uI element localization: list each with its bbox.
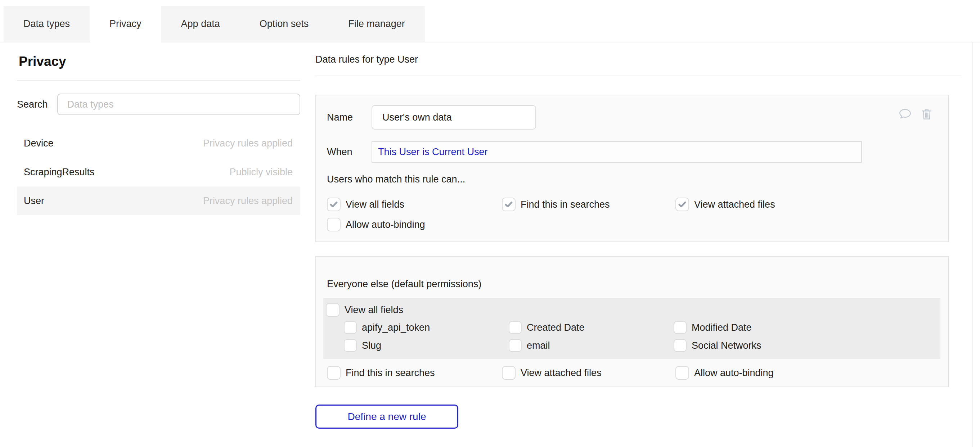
- tab-data-types[interactable]: Data types: [3, 6, 90, 42]
- perm-find-in-searches[interactable]: Find this in searches: [502, 197, 675, 211]
- default-find-in-searches[interactable]: Find this in searches: [327, 366, 502, 380]
- field-apify-api-token[interactable]: apify_api_token: [344, 321, 509, 334]
- checkbox-unchecked-icon[interactable]: [327, 218, 340, 231]
- default-permissions-title: Everyone else (default permissions): [327, 278, 937, 290]
- data-type-status: Publicly visible: [229, 167, 293, 178]
- privacy-sidebar: Privacy Search Device Privacy rules appl…: [17, 43, 300, 215]
- search-input[interactable]: [57, 94, 300, 115]
- checkbox-unchecked-icon[interactable]: [509, 321, 522, 334]
- field-social-networks[interactable]: Social Networks: [674, 339, 940, 352]
- search-label: Search: [17, 99, 48, 110]
- tab-app-data[interactable]: App data: [161, 6, 240, 42]
- pane-right-border: [972, 43, 973, 447]
- fields-box: View all fields apify_api_token Created …: [323, 298, 940, 359]
- tab-privacy[interactable]: Privacy: [90, 6, 161, 42]
- default-view-all-fields[interactable]: View all fields: [326, 303, 940, 317]
- perm-label: Allow auto-binding: [694, 367, 774, 379]
- rule-card: Name When This User is Current User User…: [315, 95, 949, 242]
- checkbox-unchecked-icon[interactable]: [344, 339, 357, 352]
- default-view-attached-files[interactable]: View attached files: [502, 366, 675, 380]
- list-item-scrapingresults[interactable]: ScrapingResults Publicly visible: [17, 157, 300, 186]
- rule-when-row: When This User is Current User: [327, 141, 937, 163]
- data-type-name: ScrapingResults: [24, 167, 95, 178]
- rule-name-row: Name: [327, 105, 937, 130]
- field-label: Modified Date: [692, 322, 752, 333]
- field-modified-date[interactable]: Modified Date: [674, 321, 940, 334]
- perm-label: View attached files: [520, 367, 601, 379]
- match-rule-text: Users who match this rule can...: [327, 174, 937, 185]
- checkbox-unchecked-icon[interactable]: [509, 339, 522, 352]
- content-area: Privacy Search Device Privacy rules appl…: [0, 43, 980, 429]
- tab-strip: Data types Privacy App data Option sets …: [0, 6, 980, 43]
- field-email[interactable]: email: [509, 339, 674, 352]
- perm-view-all-fields[interactable]: View all fields: [327, 197, 502, 211]
- field-label: Social Networks: [692, 340, 762, 351]
- checkbox-checked-icon[interactable]: [327, 197, 340, 211]
- comment-icon[interactable]: [897, 107, 913, 123]
- perm-label: View attached files: [694, 199, 775, 210]
- default-permission-row: Find this in searches View attached file…: [327, 366, 937, 380]
- perm-label: View all fields: [345, 304, 403, 316]
- perm-label: Find this in searches: [520, 199, 610, 210]
- rules-panel: Data rules for type User: [315, 43, 961, 429]
- list-item-user[interactable]: User Privacy rules applied: [17, 186, 300, 215]
- field-label: apify_api_token: [362, 322, 430, 333]
- define-new-rule-button[interactable]: Define a new rule: [315, 404, 458, 429]
- data-type-status: Privacy rules applied: [203, 138, 293, 149]
- when-condition-box[interactable]: This User is Current User: [372, 141, 862, 163]
- sidebar-divider: [17, 80, 300, 81]
- data-type-name: Device: [24, 138, 54, 149]
- data-type-status: Privacy rules applied: [203, 196, 293, 207]
- name-label: Name: [327, 112, 372, 123]
- checkbox-unchecked-icon[interactable]: [326, 303, 339, 317]
- perm-label: Allow auto-binding: [346, 219, 425, 230]
- data-type-list: Device Privacy rules applied ScrapingRes…: [17, 129, 300, 215]
- rule-name-input[interactable]: [372, 105, 536, 130]
- list-item-device[interactable]: Device Privacy rules applied: [17, 129, 300, 157]
- checkbox-unchecked-icon[interactable]: [674, 321, 687, 334]
- trash-icon[interactable]: [920, 107, 934, 123]
- when-label: When: [327, 146, 372, 157]
- data-type-name: User: [24, 196, 44, 207]
- field-label: email: [527, 340, 550, 351]
- field-created-date[interactable]: Created Date: [509, 321, 674, 334]
- field-slug[interactable]: Slug: [344, 339, 509, 352]
- perm-view-attached-files[interactable]: View attached files: [675, 197, 937, 211]
- page-title: Privacy: [19, 54, 300, 70]
- checkbox-unchecked-icon[interactable]: [327, 366, 340, 380]
- tab-option-sets[interactable]: Option sets: [240, 6, 329, 42]
- tab-strip-spacer: [0, 6, 3, 42]
- perm-label: View all fields: [346, 199, 404, 210]
- default-permissions-card: Everyone else (default permissions) View…: [315, 256, 949, 387]
- checkbox-unchecked-icon[interactable]: [675, 366, 689, 380]
- rule-card-actions: [897, 107, 934, 123]
- checkbox-checked-icon[interactable]: [502, 197, 515, 211]
- tab-file-manager[interactable]: File manager: [328, 6, 425, 42]
- field-checkbox-grid: apify_api_token Created Date Modified Da…: [344, 321, 940, 352]
- rule-permissions: View all fields Find this in searches Vi…: [327, 197, 937, 231]
- rules-heading: Data rules for type User: [315, 54, 961, 76]
- checkbox-unchecked-icon[interactable]: [674, 339, 687, 352]
- field-label: Created Date: [527, 322, 585, 333]
- perm-allow-auto-binding[interactable]: Allow auto-binding: [327, 218, 502, 231]
- checkbox-unchecked-icon[interactable]: [344, 321, 357, 334]
- search-row: Search: [17, 94, 300, 115]
- field-label: Slug: [362, 340, 381, 351]
- default-allow-auto-binding[interactable]: Allow auto-binding: [675, 366, 937, 380]
- checkbox-unchecked-icon[interactable]: [502, 366, 515, 380]
- checkbox-checked-icon[interactable]: [675, 197, 689, 211]
- perm-label: Find this in searches: [346, 367, 435, 379]
